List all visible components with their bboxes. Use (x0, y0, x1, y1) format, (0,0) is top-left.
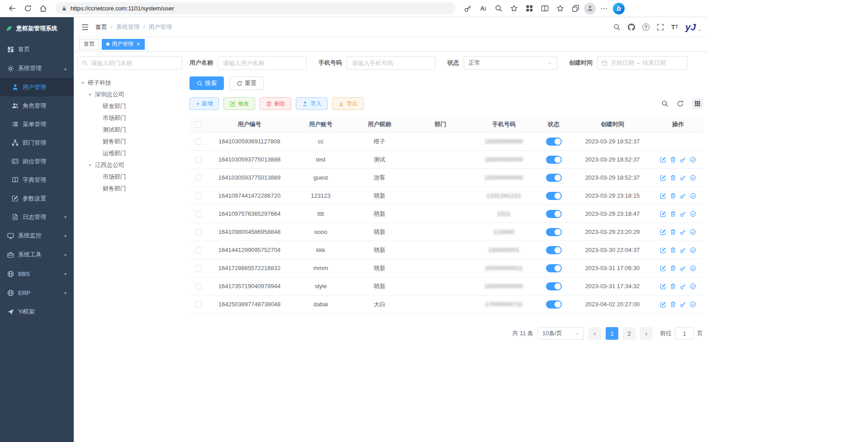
browser-profile-avatar[interactable] (584, 3, 596, 14)
table-search-icon[interactable] (661, 100, 669, 107)
favorites-bar-button[interactable] (553, 2, 567, 15)
row-edit-icon[interactable] (660, 283, 666, 290)
prev-page-button[interactable]: ‹ (588, 327, 601, 340)
row-checkbox[interactable] (195, 265, 202, 271)
add-button[interactable]: + 新增 (190, 97, 219, 110)
row-delete-icon[interactable] (670, 175, 676, 181)
row-checkbox[interactable] (195, 157, 202, 163)
tree-caret-icon[interactable]: ▾ (80, 81, 85, 85)
status-select[interactable]: 正常 (464, 56, 557, 70)
font-size-icon[interactable]: TT (671, 23, 678, 31)
split-screen-button[interactable] (538, 2, 551, 15)
row-delete-icon[interactable] (670, 211, 676, 217)
password-key-icon[interactable] (461, 2, 474, 15)
row-checkbox[interactable] (195, 301, 202, 308)
row-reset-password-icon[interactable] (680, 247, 686, 253)
status-toggle[interactable] (546, 300, 562, 309)
tree-node-dept[interactable]: 市场部门 (77, 171, 182, 183)
row-assign-role-icon[interactable] (690, 265, 696, 271)
sidebar-item-erp[interactable]: ERP ▾ (0, 283, 74, 302)
page-size-select[interactable]: 10条/页 (538, 327, 584, 340)
phone-input[interactable] (346, 56, 436, 70)
status-toggle[interactable] (546, 246, 562, 254)
tree-caret-icon[interactable]: ▾ (87, 163, 93, 167)
row-edit-icon[interactable] (660, 247, 666, 253)
row-checkbox[interactable] (195, 175, 202, 181)
row-reset-password-icon[interactable] (680, 283, 686, 290)
tree-node-company[interactable]: ▾ 橙子科技 (77, 77, 182, 89)
browser-back-button[interactable] (5, 2, 19, 15)
browser-menu-button[interactable]: ⋯ (598, 2, 611, 15)
row-delete-icon[interactable] (670, 157, 676, 163)
row-delete-icon[interactable] (670, 229, 676, 235)
sidebar-item-system[interactable]: 系统管理 ▴ (0, 59, 74, 78)
row-checkbox[interactable] (195, 247, 202, 253)
status-toggle[interactable] (546, 282, 562, 290)
status-toggle[interactable] (546, 192, 562, 200)
row-edit-icon[interactable] (660, 193, 666, 199)
row-delete-icon[interactable] (670, 283, 676, 290)
header-search-icon[interactable] (613, 24, 621, 31)
tree-caret-icon[interactable]: ▾ (87, 92, 93, 97)
sidebar-item-log-mgmt[interactable]: 日志管理 ▾ (0, 208, 74, 226)
edit-button[interactable]: 修改 (223, 97, 255, 110)
sidebar-item-dict-mgmt[interactable]: 字典管理 (0, 171, 74, 189)
column-settings-icon[interactable] (692, 98, 703, 109)
row-reset-password-icon[interactable] (680, 265, 686, 271)
github-icon[interactable] (628, 24, 635, 31)
row-reset-password-icon[interactable] (680, 175, 686, 181)
row-edit-icon[interactable] (660, 157, 666, 163)
sidebar-item-tools[interactable]: 系统工具 ▾ (0, 245, 74, 264)
import-button[interactable]: 导入 (296, 97, 327, 110)
sidebar-item-bbs[interactable]: BBS ▾ (0, 264, 74, 283)
row-reset-password-icon[interactable] (680, 193, 686, 199)
row-edit-icon[interactable] (660, 211, 666, 217)
delete-button[interactable]: 删除 (260, 97, 291, 110)
sidebar-item-post-mgmt[interactable]: 岗位管理 (0, 152, 74, 171)
page-1-button[interactable]: 1 (606, 327, 618, 340)
tree-node-dept[interactable]: 运维部门 (77, 147, 182, 159)
row-reset-password-icon[interactable] (680, 211, 686, 217)
tree-node-dept[interactable]: 研发部门 (77, 100, 182, 112)
status-toggle[interactable] (546, 228, 562, 236)
row-delete-icon[interactable] (670, 301, 676, 308)
page-2-button[interactable]: 2 (623, 327, 636, 340)
sidebar-item-role-mgmt[interactable]: 角色管理 (0, 96, 74, 115)
next-page-button[interactable]: › (640, 327, 653, 340)
read-aloud-button[interactable]: A) (476, 2, 490, 15)
help-icon[interactable]: ? (642, 24, 650, 31)
dept-search-input[interactable] (91, 60, 178, 67)
sidebar-item-yi-framework[interactable]: Yi框架 (0, 302, 74, 321)
browser-refresh-button[interactable] (21, 2, 34, 15)
row-delete-icon[interactable] (670, 247, 676, 253)
row-edit-icon[interactable] (660, 175, 666, 181)
extensions-button[interactable] (522, 2, 536, 15)
sidebar-item-param-settings[interactable]: 参数设置 (0, 189, 74, 208)
sidebar-item-home[interactable]: 首页 (0, 40, 74, 59)
tree-node-dept[interactable]: 财务部门 (77, 183, 182, 195)
status-toggle[interactable] (546, 174, 562, 182)
row-checkbox[interactable] (195, 138, 202, 145)
row-edit-icon[interactable] (660, 229, 666, 235)
status-toggle[interactable] (546, 156, 562, 164)
row-checkbox[interactable] (195, 229, 202, 235)
address-bar[interactable]: https://ccnetcore.com:1101/system/user (55, 2, 455, 14)
row-reset-password-icon[interactable] (680, 301, 686, 308)
row-edit-icon[interactable] (660, 265, 666, 271)
row-checkbox[interactable] (195, 283, 202, 290)
export-button[interactable]: 导出 (332, 97, 364, 110)
sidebar-item-dept-mgmt[interactable]: 部门管理 (0, 133, 74, 152)
breadcrumb-system[interactable]: 系统管理 (116, 23, 140, 31)
row-assign-role-icon[interactable] (690, 193, 696, 199)
status-toggle[interactable] (546, 210, 562, 218)
tree-node-branch[interactable]: ▾ 江西总公司 (77, 159, 182, 171)
sidebar-item-menu-mgmt[interactable]: 菜单管理 (0, 115, 74, 133)
select-all-checkbox[interactable] (195, 121, 202, 128)
username-input[interactable] (218, 56, 307, 70)
favorite-star-button[interactable] (507, 2, 521, 15)
full-screen-icon[interactable] (657, 24, 664, 31)
row-edit-icon[interactable] (660, 301, 666, 308)
user-avatar-logo[interactable]: yJ (685, 22, 696, 32)
breadcrumb-home[interactable]: 首页 (95, 23, 107, 31)
tree-node-dept[interactable]: 测试部门 (77, 124, 182, 136)
